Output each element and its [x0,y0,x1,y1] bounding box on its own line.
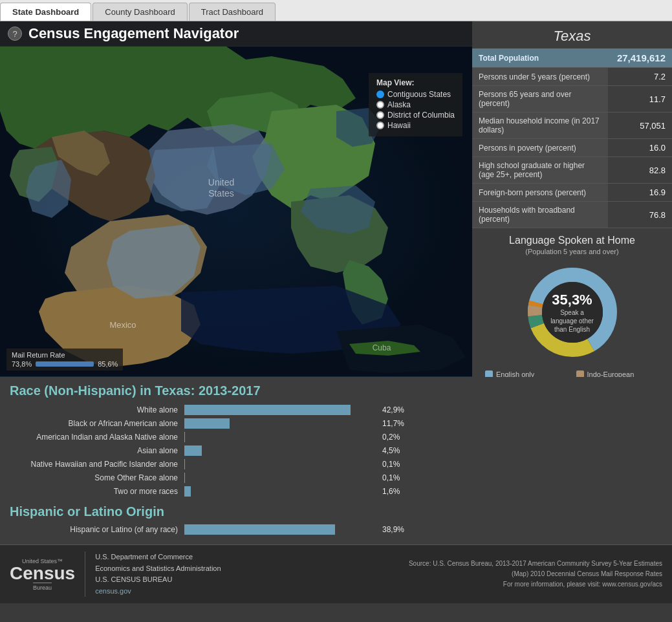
bar-value-hispanic: 38,9% [378,525,404,534]
footer-department: U.S. Department of Commerce Economics an… [85,552,221,597]
bar-row-nhpi: Native Hawaiian and Pacific Islander alo… [10,459,662,469]
stat-label-foreignborn: Foreign-born persons (percent) [472,184,608,202]
stat-label-under5: Persons under 5 years (percent) [472,68,608,86]
stat-value-broadband: 76.8 [608,202,672,228]
stat-value-foreignborn: 16.9 [608,184,672,202]
footer: United States™ Census Bureau U.S. Depart… [0,544,672,603]
stat-label-income: Median household income (in 2017 dollars… [472,113,608,139]
footer-source-line1: Source: U.S. Census Bureau, 2013-2017 Am… [231,559,662,569]
radio-dot-hawaii [376,122,384,129]
tab-bar: State Dashboard County Dashboard Tract D… [0,0,672,21]
stat-value-highschool: 82.8 [608,157,672,184]
language-title: Language Spoken at Home [479,235,666,246]
bar-label-aian: American Indian and Alaska Native alone [10,433,184,442]
map-view-title: Map View: [376,78,455,87]
table-row-poverty: Persons in poverty (percent) 16.0 [472,139,672,157]
donut-chart: 35,3% Speak a language other than Englis… [521,261,624,364]
bar-label-asian: Asian alone [10,446,184,455]
hispanic-section-title: Hispanic or Latino Origin [10,504,662,519]
radio-hawaii[interactable]: Hawaii [376,121,455,130]
bar-fill-white [184,405,351,415]
legend-dot-english [485,370,493,377]
bar-track-black [184,418,378,429]
table-row-over65: Persons 65 years and over (percent) 11.7 [472,86,672,113]
stat-value-income: 57,051 [608,113,672,139]
legend-label-indo: Indo-European [587,370,634,377]
bar-label-hispanic: Hispanic or Latino (of any race) [10,525,184,534]
bottom-section: Race (Non-Hispanic) in Texas: 2013-2017 … [0,377,672,544]
footer-source-line3: For more information, please visit: www.… [231,579,662,590]
stat-value-under5: 7.2 [608,68,672,86]
radio-dot-dc [376,111,384,119]
stat-value-poverty: 16.0 [608,139,672,157]
svg-text:States: States [208,188,234,198]
bar-fill-aian [184,432,185,442]
map-title: Census Engagement Navigator [28,25,239,42]
bar-value-other: 0,1% [378,473,400,482]
mrr-label: Mail Return Rate [12,351,118,359]
bar-fill-nhpi [184,459,185,469]
radio-alaska[interactable]: Alaska [376,100,455,109]
bar-row-aian: American Indian and Alaska Native alone … [10,432,662,442]
bar-track-asian [184,445,378,456]
tab-state-dashboard[interactable]: State Dashboard [0,3,91,21]
bar-fill-two [184,486,191,497]
race-bars: White alone 42,9% Black or African Ameri… [10,405,662,497]
bar-fill-asian [184,445,202,456]
radio-dc[interactable]: District of Columbia [376,111,455,120]
legend-label-english: English only [496,370,534,377]
bar-label-black: Black or African American alone [10,419,184,428]
svg-text:United: United [208,177,234,188]
map-view-controls: Map View: Contiguous States Alaska Distr… [369,73,462,136]
bar-value-two: 1,6% [378,487,400,496]
legend-english: English only [485,370,569,377]
top-section: ? Census Engagement Navigator [0,21,672,377]
bar-fill-black [184,418,230,429]
svg-text:Cuba: Cuba [373,343,391,352]
radio-label-contiguous: Contiguous States [387,90,451,99]
state-title: Texas [472,21,672,48]
footer-logo: United States™ Census Bureau [10,558,75,591]
bar-value-asian: 4,5% [378,446,400,455]
bar-track-two [184,486,378,497]
legend-indo: Indo-European [576,370,660,377]
census-logo-big: Census [10,564,75,583]
stat-value-over65: 11.7 [608,86,672,113]
language-subtitle: (Population 5 years and over) [479,248,666,255]
tab-county-dashboard[interactable]: County Dashboard [92,3,187,21]
stat-label-total: Total Population [472,48,608,68]
svg-text:Mexico: Mexico [109,320,136,330]
bar-track-other [184,473,378,483]
bar-value-white: 42,9% [378,405,404,414]
footer-dept-line2: Economics and Statistics Administration [95,563,221,575]
bar-value-black: 11,7% [378,419,404,428]
mrr-min: 73,8% [12,360,32,368]
footer-source: Source: U.S. Census Bureau, 2013-2017 Am… [231,559,662,590]
bar-track-hispanic [184,524,378,535]
bar-track-aian [184,432,378,442]
bar-value-aian: 0,2% [378,433,400,442]
stat-label-broadband: Households with broadband (percent) [472,202,608,228]
map-area: ? Census Engagement Navigator [0,21,472,377]
footer-url[interactable]: census.gov [95,587,131,595]
main-content: ? Census Engagement Navigator [0,21,672,603]
bar-fill-other [184,473,185,483]
radio-contiguous[interactable]: Contiguous States [376,90,455,99]
radio-label-dc: District of Columbia [387,111,455,120]
help-button[interactable]: ? [8,27,22,41]
bar-value-nhpi: 0,1% [378,460,400,469]
map-image[interactable]: United States Mexico Cuba Map View: Cont… [0,46,472,377]
table-row-under5: Persons under 5 years (percent) 7.2 [472,68,672,86]
footer-source-line2: (Map) 2010 Decennial Census Mail Respons… [231,569,662,579]
bar-row-two: Two or more races 1,6% [10,486,662,497]
tab-tract-dashboard[interactable]: Tract Dashboard [189,3,276,21]
table-row-highschool: High school graduate or higher (age 25+,… [472,157,672,184]
language-section: Language Spoken at Home (Population 5 ye… [472,228,672,377]
table-row-income: Median household income (in 2017 dollars… [472,113,672,139]
table-row-broadband: Households with broadband (percent) 76.8 [472,202,672,228]
bar-row-other: Some Other Race alone 0,1% [10,473,662,483]
bar-fill-hispanic [184,524,335,535]
bar-track-nhpi [184,459,378,469]
stat-label-highschool: High school graduate or higher (age 25+,… [472,157,608,184]
stats-table: Total Population 27,419,612 Persons unde… [472,48,672,228]
